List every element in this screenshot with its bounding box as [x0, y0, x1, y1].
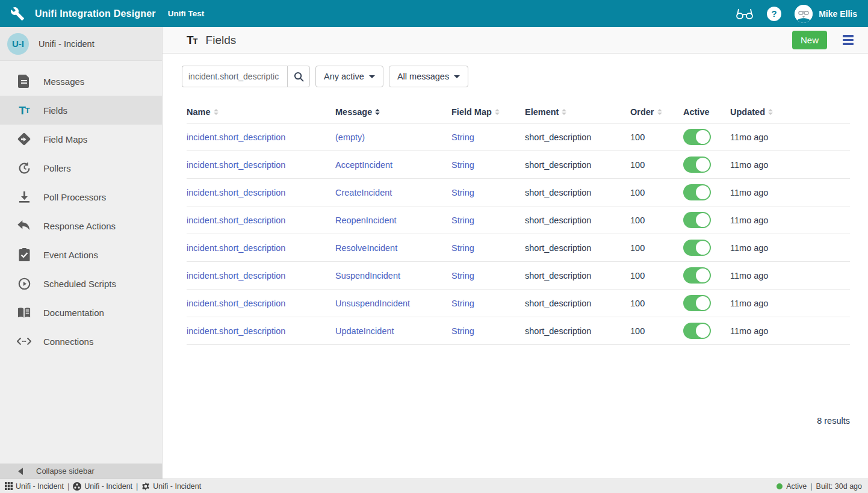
active-toggle[interactable] [683, 212, 711, 228]
app-title: Unifi Integration Designer [35, 8, 156, 19]
process-wheel-icon [73, 482, 81, 491]
table-row: incident.short_description (empty) Strin… [187, 123, 850, 151]
element-cell: short_description [525, 326, 630, 336]
statusbar-separator: | [136, 482, 138, 491]
active-filter-dropdown[interactable]: Any active [315, 66, 383, 87]
field-map-link[interactable]: String [451, 160, 474, 170]
built-label: Built: 30d ago [816, 482, 862, 491]
active-toggle[interactable] [683, 295, 711, 311]
grid-icon [5, 482, 13, 490]
text-fields-icon: TT [17, 103, 31, 117]
sidebar-item-connections[interactable]: Connections [0, 327, 162, 356]
environment-label[interactable]: Unifi Test [168, 9, 205, 18]
active-status-dot [777, 483, 783, 489]
sidebar-item-poll-processors[interactable]: Poll Processors [0, 182, 162, 211]
order-cell: 100 [630, 160, 683, 170]
field-name-link[interactable]: incident.short_description [187, 299, 285, 308]
poller-clock-icon [17, 161, 31, 175]
search-input[interactable] [182, 66, 287, 87]
integration-avatar: U-I [7, 33, 29, 55]
statusbar-item-settings[interactable]: Unifi - Incident [141, 482, 201, 491]
field-name-link[interactable]: incident.short_description [187, 160, 285, 170]
message-link[interactable]: UnsuspendIncident [335, 299, 410, 308]
sidebar-item-pollers[interactable]: Pollers [0, 153, 162, 182]
chevron-down-icon [369, 75, 375, 78]
field-name-link[interactable]: incident.short_description [187, 326, 285, 336]
column-header-field-map[interactable]: Field Map [451, 107, 525, 117]
wrench-icon[interactable] [10, 6, 25, 22]
order-cell: 100 [630, 326, 683, 336]
column-header-updated[interactable]: Updated [730, 107, 850, 117]
gear-icon [141, 482, 150, 491]
statusbar-item-integration[interactable]: Unifi - Incident [5, 482, 64, 491]
order-cell: 100 [630, 215, 683, 225]
message-filter-value: All messages [397, 72, 449, 81]
spectacles-icon[interactable] [736, 7, 754, 20]
field-name-link[interactable]: incident.short_description [187, 215, 285, 225]
active-toggle[interactable] [683, 129, 711, 145]
message-link[interactable]: AcceptIncident [335, 160, 392, 170]
active-toggle[interactable] [683, 267, 711, 284]
sort-icon [214, 109, 219, 115]
updated-cell: 11mo ago [730, 326, 850, 336]
updated-cell: 11mo ago [730, 299, 850, 308]
search-button[interactable] [287, 66, 310, 87]
hamburger-menu-icon[interactable] [843, 35, 854, 45]
element-cell: short_description [525, 188, 630, 197]
reply-arrow-icon [17, 219, 31, 233]
search-icon [294, 72, 304, 82]
message-link[interactable]: SuspendIncident [335, 271, 400, 281]
sidebar-item-field-maps[interactable]: Field Maps [0, 125, 162, 153]
active-toggle[interactable] [683, 184, 711, 200]
new-button[interactable]: New [792, 31, 827, 49]
collapse-sidebar-button[interactable]: Collapse sidebar [0, 464, 163, 479]
field-name-link[interactable]: incident.short_description [187, 188, 285, 197]
order-cell: 100 [630, 188, 683, 197]
sidebar-item-messages[interactable]: Messages [0, 67, 162, 96]
sidebar-item-response-actions[interactable]: Response Actions [0, 211, 162, 240]
field-name-link[interactable]: incident.short_description [187, 271, 285, 281]
column-header-message[interactable]: Message [335, 107, 451, 117]
field-map-link[interactable]: String [451, 132, 474, 142]
column-header-order[interactable]: Order [630, 107, 683, 117]
message-link[interactable]: CreateIncident [335, 188, 392, 197]
play-circle-icon [17, 276, 31, 291]
field-map-link[interactable]: String [451, 243, 474, 253]
collapse-arrow-icon [18, 468, 23, 475]
status-bar: Unifi - Incident | Unifi - Incident | Un… [0, 479, 868, 493]
integration-header[interactable]: U-I Unifi - Incident [0, 27, 162, 61]
sidebar-item-scheduled-scripts[interactable]: Scheduled Scripts [0, 269, 162, 298]
field-map-link[interactable]: String [451, 299, 474, 308]
statusbar-item-process[interactable]: Unifi - Incident [73, 482, 132, 491]
user-name[interactable]: Mike Ellis [819, 9, 857, 19]
active-toggle[interactable] [683, 240, 711, 256]
field-map-link[interactable]: String [451, 326, 474, 336]
element-cell: short_description [525, 132, 630, 142]
field-name-link[interactable]: incident.short_description [187, 132, 285, 142]
table-row: incident.short_description ReopenInciden… [187, 206, 850, 234]
sort-icon [768, 109, 773, 115]
field-map-link[interactable]: String [451, 215, 474, 225]
help-icon[interactable]: ? [767, 7, 781, 21]
column-header-name[interactable]: Name [187, 107, 335, 117]
filter-toolbar: Any active All messages [182, 66, 868, 87]
table-row: incident.short_description ResolveIncide… [187, 234, 850, 262]
active-toggle[interactable] [683, 323, 711, 339]
sidebar-item-event-actions[interactable]: Event Actions [0, 240, 162, 269]
table-header-row: Name Message Field Map Element Order Act… [187, 101, 850, 123]
message-link[interactable]: ReopenIncident [335, 215, 397, 225]
message-link[interactable]: (empty) [335, 132, 365, 142]
sidebar-item-fields[interactable]: TT Fields [0, 96, 162, 125]
integration-name: Unifi - Incident [39, 39, 95, 49]
sidebar-nav: Messages TT Fields Field Maps Pollers Po… [0, 61, 162, 356]
column-header-element[interactable]: Element [525, 107, 630, 117]
active-toggle[interactable] [683, 157, 711, 173]
field-map-link[interactable]: String [451, 271, 474, 281]
sidebar-item-documentation[interactable]: Documentation [0, 298, 162, 327]
user-avatar[interactable] [795, 5, 813, 23]
field-map-link[interactable]: String [451, 188, 474, 197]
message-link[interactable]: UpdateIncident [335, 326, 394, 336]
message-link[interactable]: ResolveIncident [335, 243, 397, 253]
message-filter-dropdown[interactable]: All messages [389, 66, 468, 87]
field-name-link[interactable]: incident.short_description [187, 243, 285, 253]
